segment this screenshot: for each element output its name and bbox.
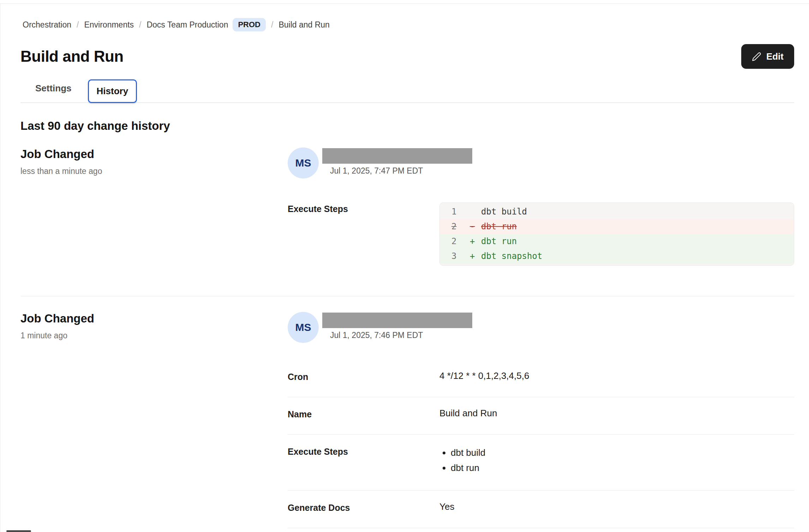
edit-button[interactable]: Edit: [741, 44, 794, 69]
diff-line-added: 3+dbt snapshot: [440, 249, 794, 264]
avatar: MS: [288, 312, 319, 343]
content-card: Orchestration / Environments / Docs Team…: [0, 4, 809, 532]
field-value: Build and Run: [439, 408, 794, 419]
author-meta: Jul 1, 2025, 7:47 PM EDT: [322, 147, 472, 179]
redacted-username-bar: [322, 313, 472, 328]
execute-step-item: dbt run: [451, 460, 794, 476]
field-label: Name: [288, 408, 439, 419]
breadcrumb-separator: /: [77, 20, 79, 30]
field-value: 4 */12 * * 0,1,2,3,4,5,6: [439, 370, 794, 382]
field-value: Yes: [439, 501, 794, 513]
breadcrumb-environments[interactable]: Environments: [84, 20, 134, 30]
diff-code: dbt run: [481, 234, 517, 249]
entry-detail: MS Jul 1, 2025, 7:47 PM EDT Execute Step…: [288, 147, 794, 266]
diff-marker: -: [470, 219, 481, 234]
execute-steps-list: dbt build dbt run: [440, 445, 794, 476]
diff-code: dbt snapshot: [481, 249, 542, 264]
field-row-execute-steps: Execute Steps dbt build dbt run: [288, 435, 794, 491]
entry-relative-time: 1 minute ago: [20, 331, 288, 340]
diff-code: dbt run: [481, 219, 517, 234]
breadcrumb: Orchestration / Environments / Docs Team…: [23, 4, 794, 31]
execute-step-item: dbt build: [451, 445, 794, 460]
field-value: dbt build dbt run: [439, 445, 794, 476]
entry-title: Job Changed: [20, 312, 288, 325]
diff-line-number: 1: [451, 204, 470, 219]
breadcrumb-separator: /: [271, 20, 273, 30]
tab-settings[interactable]: Settings: [27, 77, 80, 100]
entry-timestamp: Jul 1, 2025, 7:46 PM EDT: [322, 331, 472, 340]
field-label: Generate Docs: [288, 501, 439, 513]
execute-steps-diff-block: 1dbt build 2-dbt run 2+dbt run 3+dbt sna…: [439, 202, 794, 266]
history-entry: Job Changed 1 minute ago MS Jul 1, 2025,…: [20, 312, 794, 528]
scrollbar-fragment[interactable]: [6, 530, 31, 532]
field-label: Execute Steps: [288, 202, 439, 266]
breadcrumb-separator: /: [139, 20, 141, 30]
breadcrumb-docs-team-production[interactable]: Docs Team Production: [146, 20, 228, 30]
field-row-cron: Cron 4 */12 * * 0,1,2,3,4,5,6: [288, 368, 794, 397]
redacted-username-bar: [322, 148, 472, 164]
diff-marker: +: [470, 234, 481, 249]
entry-fields: Cron 4 */12 * * 0,1,2,3,4,5,6 Name Build…: [288, 368, 794, 528]
diff-line-number: 3: [451, 249, 470, 264]
edit-button-label: Edit: [766, 51, 784, 62]
entry-title: Job Changed: [20, 147, 288, 161]
tab-bar: Settings History: [20, 77, 794, 103]
diff-line-removed: 2-dbt run: [440, 219, 794, 234]
diff-line-added: 2+dbt run: [440, 234, 794, 249]
entry-detail: MS Jul 1, 2025, 7:46 PM EDT Cron 4 */12 …: [288, 312, 794, 528]
history-entry: Job Changed less than a minute ago MS Ju…: [20, 147, 794, 266]
page: Orchestration / Environments / Docs Team…: [0, 0, 809, 532]
diff-marker: [470, 204, 481, 219]
tab-history[interactable]: History: [88, 79, 137, 103]
entry-summary: Job Changed less than a minute ago: [20, 147, 288, 266]
page-header: Build and Run Edit: [20, 44, 794, 69]
entry-summary: Job Changed 1 minute ago: [20, 312, 288, 528]
field-label: Cron: [288, 370, 439, 382]
entry-timestamp: Jul 1, 2025, 7:47 PM EDT: [322, 166, 472, 176]
pencil-icon: [752, 52, 761, 61]
entry-divider: [20, 296, 794, 296]
diff-code: dbt build: [481, 204, 527, 219]
page-title: Build and Run: [20, 48, 124, 65]
author-meta: Jul 1, 2025, 7:46 PM EDT: [322, 312, 472, 343]
diff-line-number: 2: [451, 219, 470, 234]
section-heading: Last 90 day change history: [20, 119, 794, 133]
breadcrumb-orchestration[interactable]: Orchestration: [23, 20, 71, 30]
entry-fields: Execute Steps 1dbt build 2-dbt run: [288, 200, 794, 266]
diff-line-context: 1dbt build: [440, 204, 794, 219]
field-row-generate-docs: Generate Docs Yes: [288, 491, 794, 528]
field-row-name: Name Build and Run: [288, 397, 794, 435]
field-row-execute-steps: Execute Steps 1dbt build 2-dbt run: [288, 200, 794, 266]
avatar: MS: [288, 147, 319, 179]
prod-badge: PROD: [233, 18, 266, 31]
entry-author: MS Jul 1, 2025, 7:47 PM EDT: [288, 147, 794, 179]
field-value: 1dbt build 2-dbt run 2+dbt run 3+dbt sna…: [439, 202, 794, 266]
entry-relative-time: less than a minute ago: [20, 167, 288, 176]
entry-author: MS Jul 1, 2025, 7:46 PM EDT: [288, 312, 794, 343]
breadcrumb-current: Build and Run: [278, 20, 330, 30]
field-label: Execute Steps: [288, 445, 439, 476]
diff-marker: +: [470, 249, 481, 264]
diff-line-number: 2: [451, 234, 470, 249]
